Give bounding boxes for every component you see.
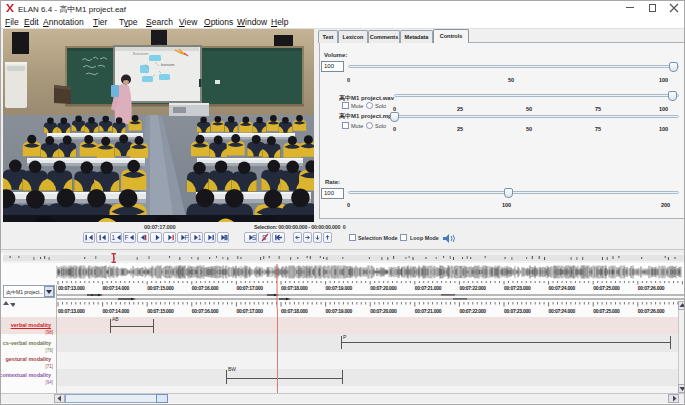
svg-text:brainstorm: brainstorm <box>161 63 175 67</box>
svg-text:1: 1 <box>111 234 115 241</box>
svg-text:S: S <box>252 234 256 241</box>
svg-text:1: 1 <box>198 234 201 241</box>
svg-text:F: F <box>184 234 188 241</box>
svg-text:F: F <box>125 234 129 241</box>
svg-text:Brainstorm: Brainstorm <box>133 52 149 56</box>
